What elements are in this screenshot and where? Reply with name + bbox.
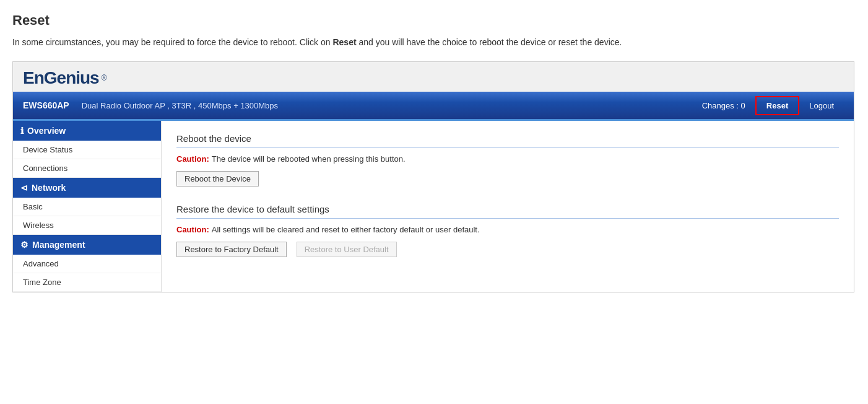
desc-keyword: Reset — [332, 37, 356, 47]
page-title: Reset — [12, 12, 856, 29]
sidebar-item-timezone[interactable]: Time Zone — [13, 273, 161, 292]
nav-left: EWS660AP Dual Radio Outdoor AP , 3T3R , … — [23, 100, 278, 110]
reset-nav-button[interactable]: Reset — [755, 96, 799, 115]
brand-reg: ® — [102, 74, 107, 82]
nav-model: EWS660AP — [23, 100, 69, 110]
sidebar-management-label: Management — [32, 240, 85, 250]
nav-right: Changes : 0 Reset Logout — [692, 96, 844, 115]
restore-caution-label: Caution: — [176, 225, 209, 234]
nav-description: Dual Radio Outdoor AP , 3T3R , 450Mbps +… — [82, 101, 278, 110]
restore-factory-button[interactable]: Restore to Factory Default — [176, 242, 287, 257]
sidebar-network-label: Network — [32, 183, 66, 193]
brand-logo: EnGenius® — [23, 68, 844, 92]
device-header: EnGenius® — [13, 62, 854, 92]
changes-button[interactable]: Changes : 0 — [692, 97, 755, 114]
sidebar-item-basic[interactable]: Basic — [13, 198, 161, 216]
reboot-caution-label: Caution: — [176, 154, 209, 164]
restore-caution-text: All settings will be cleared and reset t… — [212, 225, 480, 234]
logout-button[interactable]: Logout — [799, 97, 844, 114]
gear-icon: ⚙ — [20, 240, 28, 250]
restore-user-button[interactable]: Restore to User Default — [297, 242, 397, 257]
sidebar-item-wireless[interactable]: Wireless — [13, 216, 161, 235]
restore-caution-row: Caution: All settings will be cleared an… — [176, 225, 839, 234]
sidebar-item-device-status[interactable]: Device Status — [13, 141, 161, 159]
nav-bar: EWS660AP Dual Radio Outdoor AP , 3T3R , … — [13, 92, 854, 119]
device-ui: EnGenius® EWS660AP Dual Radio Outdoor AP… — [12, 61, 854, 292]
desc-post: and you will have the choice to reboot t… — [357, 37, 622, 47]
network-icon: ⊲ — [20, 183, 28, 193]
page-description: In some circumstances, you may be requir… — [12, 36, 856, 49]
sidebar-overview-header[interactable]: ℹ Overview — [13, 121, 161, 141]
main-area: ℹ Overview Device Status Connections ⊲ N… — [13, 119, 854, 292]
brand-name: EnGenius — [23, 68, 99, 88]
content-area: Reboot the device Caution: The device wi… — [162, 121, 854, 292]
sidebar-management-header[interactable]: ⚙ Management — [13, 235, 161, 255]
restore-section: Restore the device to default settings C… — [176, 204, 839, 257]
sidebar-item-connections[interactable]: Connections — [13, 159, 161, 178]
sidebar-overview-label: Overview — [27, 126, 66, 136]
restore-section-title: Restore the device to default settings — [176, 204, 839, 219]
sidebar: ℹ Overview Device Status Connections ⊲ N… — [13, 121, 162, 292]
reboot-caution-row: Caution: The device will be rebooted whe… — [176, 154, 839, 164]
reboot-section-title: Reboot the device — [176, 133, 839, 148]
sidebar-network-header[interactable]: ⊲ Network — [13, 178, 161, 198]
desc-pre: In some circumstances, you may be requir… — [12, 37, 332, 47]
reboot-device-button[interactable]: Reboot the Device — [176, 171, 259, 187]
restore-buttons-row: Restore to Factory Default Restore to Us… — [176, 242, 839, 257]
sidebar-item-advanced[interactable]: Advanced — [13, 255, 161, 273]
reboot-caution-text: The device will be rebooted when pressin… — [212, 154, 406, 164]
info-icon: ℹ — [20, 126, 24, 136]
